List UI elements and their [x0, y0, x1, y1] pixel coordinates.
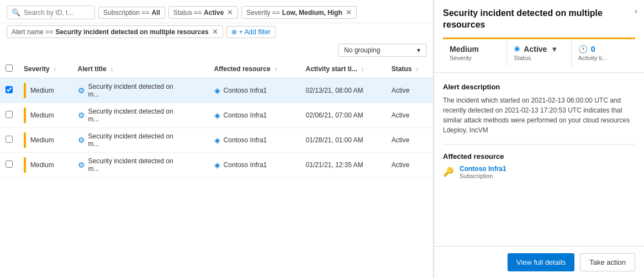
- add-filter-label: + Add filter: [239, 28, 271, 36]
- row-affected-resource: ◈ Contoso Infra1: [209, 153, 300, 178]
- status-dropdown-button[interactable]: ▾: [552, 45, 556, 54]
- row-checkbox-cell[interactable]: [0, 128, 18, 153]
- resource-cube-icon: ◈: [214, 111, 220, 120]
- resource-cube-icon: ◈: [214, 86, 220, 95]
- clock-icon: 🕐: [578, 45, 588, 54]
- meta-activity-text: 0: [591, 45, 595, 54]
- filter-subscription-key: Subscription ==: [103, 9, 149, 17]
- col-affected-resource[interactable]: Affected resource ↕: [209, 60, 300, 78]
- detail-header: Security incident detected on multiple r…: [434, 0, 644, 73]
- affected-resource-row: 🔑 Contoso Infra1 Subscription: [443, 165, 635, 179]
- alert-description-title: Alert description: [443, 83, 635, 91]
- meta-status: ✳ Active ▾ Status: [507, 39, 571, 67]
- alert-puzzle-icon: ⚙: [78, 86, 85, 95]
- sort-alert-title-icon: ↕: [110, 66, 113, 72]
- add-filter-button[interactable]: ⊕ + Add filter: [226, 26, 276, 38]
- table-row[interactable]: Medium ⚙ Security incident detected on m…: [0, 153, 433, 178]
- severity-bar: [24, 108, 26, 123]
- filter-bar: 🔍 Subscription == All Status == Active ✕…: [0, 0, 433, 23]
- filter-status-key: Status ==: [173, 9, 202, 17]
- filter-alertname[interactable]: Alert name == Security incident detected…: [7, 25, 223, 38]
- alert-description-text: The incident which started on 2021-02-13…: [443, 95, 635, 135]
- row-affected-resource: ◈ Contoso Infra1: [209, 103, 300, 128]
- take-action-button[interactable]: Take action: [580, 253, 635, 271]
- row-alert-title: ⚙ Security incident detected on m...: [72, 128, 209, 153]
- collapse-button[interactable]: ›: [635, 7, 637, 15]
- select-all-checkbox[interactable]: [6, 65, 13, 72]
- row-severity: Medium: [18, 153, 72, 178]
- row-activity-start: 01/21/21, 12:35 AM: [300, 153, 386, 178]
- meta-severity: Medium Severity: [443, 39, 507, 67]
- key-icon: 🔑: [443, 167, 454, 177]
- filter-status-remove[interactable]: ✕: [227, 8, 233, 17]
- alert-title-text: Security incident detected on m...: [88, 108, 177, 123]
- meta-status-text: Active: [524, 45, 547, 54]
- row-severity: Medium: [18, 128, 72, 153]
- resource-cube-icon: ◈: [214, 161, 220, 169]
- filter-alertname-val: Security incident detected on multiple r…: [55, 28, 208, 36]
- filter-bar-row2: Alert name == Security incident detected…: [0, 23, 433, 40]
- filter-alertname-key: Alert name ==: [12, 28, 53, 36]
- add-filter-icon: ⊕: [231, 28, 237, 36]
- detail-meta: Medium Severity ✳ Active ▾ Status 🕐 0 Ac…: [443, 38, 635, 67]
- row-alert-title: ⚙ Security incident detected on m...: [72, 153, 209, 178]
- filter-status[interactable]: Status == Active ✕: [168, 6, 238, 19]
- row-checkbox[interactable]: [6, 111, 13, 118]
- meta-severity-value: Medium: [450, 45, 500, 54]
- resource-name-text: Contoso Infra1: [224, 161, 267, 169]
- severity-label: Medium: [30, 111, 54, 119]
- meta-activity-value: 🕐 0: [578, 45, 629, 54]
- row-alert-title: ⚙ Security incident detected on m...: [72, 103, 209, 128]
- filter-subscription-val: All: [151, 9, 160, 17]
- select-all-cell[interactable]: [0, 60, 18, 78]
- chevron-down-icon: ▾: [417, 46, 420, 54]
- resource-name-text: Contoso Infra1: [224, 111, 267, 119]
- search-input[interactable]: [24, 9, 90, 17]
- detail-title: Security incident detected on multiple r…: [443, 8, 635, 31]
- grouping-row: No grouping ▾: [0, 40, 433, 60]
- filter-severity-remove[interactable]: ✕: [346, 8, 352, 17]
- col-severity[interactable]: Severity ↕: [18, 60, 72, 78]
- grouping-dropdown[interactable]: No grouping ▾: [338, 44, 426, 57]
- detail-body: Alert description The incident which sta…: [434, 73, 644, 246]
- meta-activity-label: Activity ti...: [578, 55, 629, 61]
- alert-puzzle-icon: ⚙: [78, 136, 85, 145]
- row-severity: Medium: [18, 103, 72, 128]
- row-checkbox-cell[interactable]: [0, 153, 18, 178]
- detail-panel: Security incident detected on multiple r…: [434, 0, 644, 278]
- filter-severity-val: Low, Medium, High: [282, 9, 342, 17]
- row-checkbox-cell[interactable]: [0, 78, 18, 103]
- main-panel: 🔍 Subscription == All Status == Active ✕…: [0, 0, 434, 278]
- meta-status-value: ✳ Active ▾: [514, 45, 564, 54]
- filter-alertname-remove[interactable]: ✕: [212, 28, 218, 36]
- meta-status-label: Status: [514, 55, 564, 61]
- row-alert-title: ⚙ Security incident detected on m...: [72, 78, 209, 103]
- row-checkbox[interactable]: [6, 161, 13, 168]
- table-row[interactable]: Medium ⚙ Security incident detected on m…: [0, 78, 433, 103]
- col-status[interactable]: Status ↕: [386, 60, 433, 78]
- table-row[interactable]: Medium ⚙ Security incident detected on m…: [0, 103, 433, 128]
- search-box[interactable]: 🔍: [7, 6, 95, 19]
- filter-severity[interactable]: Severity == Low, Medium, High ✕: [241, 6, 357, 19]
- resource-name[interactable]: Contoso Infra1: [460, 165, 506, 173]
- row-checkbox-cell[interactable]: [0, 103, 18, 128]
- view-full-details-button[interactable]: View full details: [508, 253, 574, 271]
- affected-resource-title: Affected resource: [443, 152, 635, 161]
- col-alert-title[interactable]: Alert title ↕: [72, 60, 209, 78]
- filter-status-val: Active: [204, 9, 224, 17]
- sort-severity-icon: ↕: [54, 66, 56, 72]
- col-activity-start[interactable]: Activity start ti... ↕: [300, 60, 386, 78]
- row-checkbox[interactable]: [6, 136, 13, 143]
- severity-label: Medium: [30, 161, 54, 169]
- severity-label: Medium: [30, 87, 54, 94]
- grouping-label: No grouping: [344, 46, 380, 54]
- table-row[interactable]: Medium ⚙ Security incident detected on m…: [0, 128, 433, 153]
- filter-subscription[interactable]: Subscription == All: [98, 7, 165, 19]
- sort-activity-start-icon: ↕: [361, 66, 364, 72]
- alert-title-text: Security incident detected on m...: [88, 132, 177, 148]
- alert-puzzle-icon: ⚙: [78, 111, 85, 120]
- row-checkbox[interactable]: [6, 86, 13, 93]
- meta-activity: 🕐 0 Activity ti...: [572, 39, 635, 67]
- search-icon: 🔍: [12, 8, 20, 17]
- sort-affected-resource-icon: ↕: [275, 66, 277, 72]
